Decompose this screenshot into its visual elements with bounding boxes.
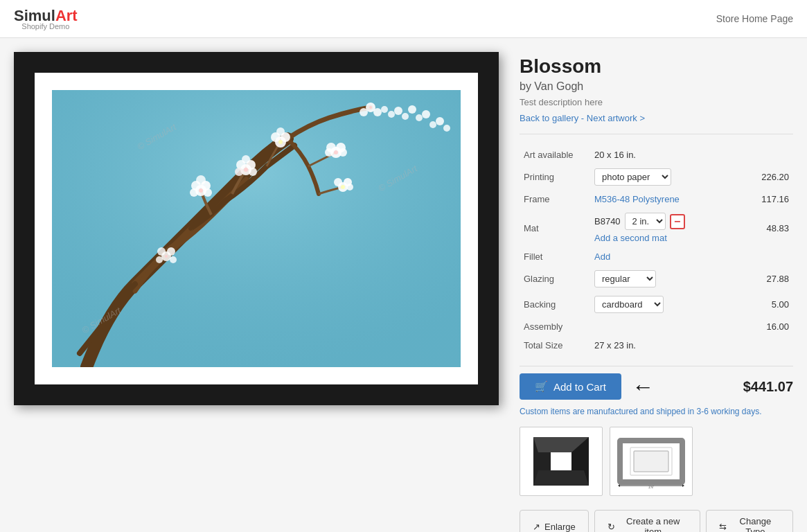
svg-point-44 xyxy=(156,256,163,263)
diagram-thumbnail[interactable]: 1⅞" xyxy=(610,427,693,496)
svg-point-12 xyxy=(235,168,243,176)
svg-point-37 xyxy=(429,121,436,128)
add-to-cart-button[interactable]: 🛒 Add to Cart xyxy=(520,373,621,400)
frame-link[interactable]: M536-48 Polystyrene xyxy=(594,194,680,204)
svg-point-29 xyxy=(360,108,368,116)
product-title: Blossom xyxy=(520,55,793,78)
svg-point-31 xyxy=(388,111,395,118)
artwork-container: © SimulArt © SimulArt © SimulArt xyxy=(14,52,499,532)
svg-point-17 xyxy=(276,127,285,136)
printing-value: photo paper canvas fine art paper xyxy=(592,165,739,189)
svg-point-35 xyxy=(416,114,423,121)
svg-point-39 xyxy=(443,125,450,132)
glazing-dropdown[interactable]: regular non-glare museum xyxy=(594,270,656,287)
svg-point-5 xyxy=(196,175,206,185)
change-type-button[interactable]: ⇆ Change Type xyxy=(706,510,793,532)
fillet-add-link[interactable]: Add xyxy=(594,251,610,262)
backing-row: Backing cardboard foam board 5.00 xyxy=(521,292,792,317)
svg-point-38 xyxy=(436,117,444,125)
create-new-button[interactable]: ↻ Create a new item xyxy=(594,510,700,532)
mat-size-dropdown[interactable]: 1 in. 2 in. 3 in. 4 in. xyxy=(625,213,666,230)
art-available-value: 20 x 16 in. xyxy=(592,146,739,163)
artwork-image: © SimulArt © SimulArt © SimulArt xyxy=(52,90,461,367)
cart-row: 🛒 Add to Cart ← $441.07 xyxy=(520,373,793,400)
svg-point-6 xyxy=(190,188,198,197)
total-price: $441.07 xyxy=(743,379,793,395)
backing-label: Backing xyxy=(521,292,590,317)
separator xyxy=(520,366,793,366)
frame-value[interactable]: M536-48 Polystyrene xyxy=(592,190,739,208)
enlarge-button[interactable]: ↗ Enlarge xyxy=(520,510,589,532)
enlarge-label: Enlarge xyxy=(544,522,576,532)
diagram-thumbnail-image: 1⅞" xyxy=(617,434,686,489)
mat-remove-button[interactable]: − xyxy=(670,214,685,229)
svg-point-42 xyxy=(167,247,175,256)
frame-label: Frame xyxy=(521,190,590,208)
svg-point-43 xyxy=(170,256,177,263)
shipping-note: Custom items are manufactured and shippe… xyxy=(520,407,793,416)
svg-point-50 xyxy=(369,106,372,109)
total-size-label: Total Size xyxy=(521,337,590,354)
frame-thumbnail[interactable] xyxy=(520,427,603,496)
assembly-label: Assembly xyxy=(521,318,590,335)
svg-point-34 xyxy=(408,105,416,114)
mat-code: B8740 xyxy=(594,216,621,227)
header: SimulArt Shopify Demo Store Home Page xyxy=(0,0,807,38)
printing-price: 226.20 xyxy=(741,165,792,189)
enlarge-icon: ↗ xyxy=(533,522,540,532)
cart-icon: 🛒 xyxy=(535,380,548,393)
store-home-link[interactable]: Store Home Page xyxy=(716,13,793,24)
svg-point-46 xyxy=(244,168,248,172)
main-content: © SimulArt © SimulArt © SimulArt Blossom… xyxy=(0,38,807,532)
printing-label: Printing xyxy=(521,165,590,189)
logo-subtitle: Shopify Demo xyxy=(14,22,78,30)
svg-point-45 xyxy=(199,188,203,193)
svg-point-49 xyxy=(341,185,345,189)
art-available-row: Art available 20 x 16 in. xyxy=(521,146,792,163)
svg-point-28 xyxy=(373,108,382,116)
product-details: Blossom by Van Gogh Test description her… xyxy=(520,52,793,532)
assembly-price: 16.00 xyxy=(741,318,792,335)
backing-price: 5.00 xyxy=(741,292,792,317)
product-description: Test description here xyxy=(520,97,793,107)
svg-point-7 xyxy=(204,188,212,197)
svg-marker-62 xyxy=(682,484,684,487)
art-available-label: Art available xyxy=(521,146,590,163)
svg-point-11 xyxy=(242,155,250,163)
product-artist: by Van Gogh xyxy=(520,80,793,93)
bottom-buttons: ↗ Enlarge ↻ Create a new item ⇆ Change T… xyxy=(520,510,793,532)
change-type-label: Change Type xyxy=(731,516,780,532)
svg-point-41 xyxy=(157,247,166,256)
cart-arrow-icon: ← xyxy=(632,374,654,400)
svg-point-47 xyxy=(278,140,283,144)
backing-dropdown[interactable]: cardboard foam board xyxy=(594,296,664,313)
fillet-label: Fillet xyxy=(521,248,590,265)
total-size-row: Total Size 27 x 23 in. xyxy=(521,337,792,354)
svg-point-48 xyxy=(334,150,338,154)
svg-point-21 xyxy=(339,148,347,157)
total-size-value: 27 x 23 in. xyxy=(592,337,739,354)
svg-point-33 xyxy=(402,113,409,120)
svg-rect-1 xyxy=(52,90,461,367)
svg-point-26 xyxy=(346,184,353,190)
create-new-label: Create a new item xyxy=(619,516,687,532)
glazing-row: Glazing regular non-glare museum 27.88 xyxy=(521,267,792,291)
frame-thumbnail-image xyxy=(530,434,592,489)
printing-dropdown[interactable]: photo paper canvas fine art paper xyxy=(594,168,671,186)
frame-price: 117.16 xyxy=(741,190,792,208)
transfer-icon: ⇆ xyxy=(719,522,727,532)
frame-inner: © SimulArt © SimulArt © SimulArt xyxy=(35,73,478,384)
glazing-price: 27.88 xyxy=(741,267,792,291)
fillet-value: Add xyxy=(592,248,739,265)
gallery-link[interactable]: Back to gallery - Next artwork > xyxy=(520,113,793,134)
svg-point-24 xyxy=(334,178,342,186)
frame-row: Frame M536-48 Polystyrene 117.16 xyxy=(521,190,792,208)
svg-point-51 xyxy=(165,255,168,258)
refresh-icon: ↻ xyxy=(608,522,615,532)
mat-controls: B8740 1 in. 2 in. 3 in. 4 in. − xyxy=(594,213,736,230)
svg-rect-58 xyxy=(634,451,668,472)
svg-point-32 xyxy=(394,107,402,115)
svg-text:1⅞": 1⅞" xyxy=(648,485,655,489)
add-second-mat-link[interactable]: Add a second mat xyxy=(594,233,736,243)
frame-wrapper: © SimulArt © SimulArt © SimulArt xyxy=(14,52,499,405)
